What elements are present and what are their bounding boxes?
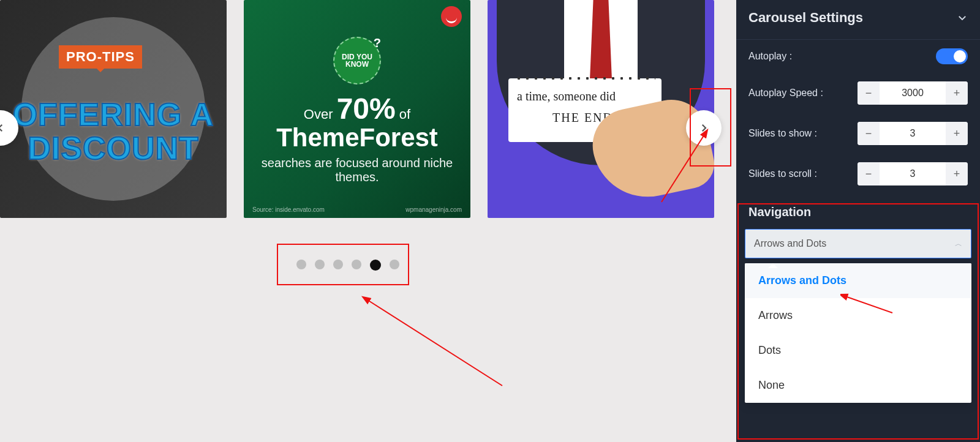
navigation-option[interactable]: Arrows and Dots bbox=[745, 263, 971, 298]
autoplay-speed-input[interactable] bbox=[880, 81, 946, 105]
navigation-option[interactable]: Dots bbox=[745, 333, 971, 368]
stepper-minus-button[interactable]: − bbox=[858, 81, 880, 105]
slide2-footer: Source: inside.envato.com wpmanageninja.… bbox=[252, 206, 462, 213]
carousel-dot[interactable] bbox=[315, 260, 325, 269]
carousel-slide: DID YOU KNOW ? Over 70% of ThemeForest s… bbox=[244, 0, 470, 218]
slide1-headline-line1: OFFERING A bbox=[13, 97, 214, 132]
autoplay-speed-row: Autoplay Speed : − + bbox=[736, 73, 980, 113]
did-you-know-badge: DID YOU KNOW ? bbox=[333, 37, 381, 84]
carousel-dots bbox=[283, 252, 413, 278]
settings-panel: Carousel Settings Autoplay : Autoplay Sp… bbox=[736, 0, 980, 442]
stepper-plus-button[interactable]: + bbox=[946, 162, 968, 185]
autoplay-label: Autoplay : bbox=[748, 51, 792, 62]
slide2-footer-left: Source: inside.envato.com bbox=[252, 206, 325, 213]
chevron-left-icon bbox=[0, 122, 6, 133]
carousel-dot[interactable] bbox=[296, 260, 306, 269]
svg-line-0 bbox=[368, 300, 502, 386]
panel-header[interactable]: Carousel Settings bbox=[736, 0, 980, 40]
slides-to-show-input[interactable] bbox=[880, 122, 946, 145]
panel-title: Carousel Settings bbox=[748, 10, 863, 26]
slides-to-show-label: Slides to show : bbox=[748, 128, 817, 139]
carousel-next-button[interactable] bbox=[686, 110, 722, 146]
slide2-line1: Over 70% of bbox=[258, 92, 456, 125]
slides-to-show-row: Slides to show : − + bbox=[736, 113, 980, 154]
pro-tips-badge: PRO-TIPS bbox=[59, 45, 142, 69]
chevron-up-icon: ︿ bbox=[955, 239, 962, 249]
slide2-line1-percent: 70% bbox=[337, 92, 396, 125]
preview-canvas: PRO-TIPS OFFERING A DISCOUNT DID YOU KNO… bbox=[0, 0, 736, 442]
slides-to-scroll-input[interactable] bbox=[880, 162, 946, 185]
stepper-minus-button[interactable]: − bbox=[858, 122, 880, 145]
slides-to-show-stepper: − + bbox=[858, 122, 968, 145]
navigation-option[interactable]: Arrows bbox=[745, 298, 971, 333]
stepper-plus-button[interactable]: + bbox=[946, 81, 968, 105]
chevron-down-icon bbox=[957, 12, 968, 23]
carousel-dot[interactable] bbox=[333, 260, 343, 269]
stepper-plus-button[interactable]: + bbox=[946, 122, 968, 145]
carousel-dot-active[interactable] bbox=[370, 260, 381, 271]
carousel-track: PRO-TIPS OFFERING A DISCOUNT DID YOU KNO… bbox=[0, 0, 736, 220]
autoplay-toggle[interactable] bbox=[936, 48, 968, 64]
slides-to-scroll-label: Slides to scroll : bbox=[748, 168, 817, 179]
carousel-dot[interactable] bbox=[352, 260, 361, 269]
slide2-footer-right: wpmanageninja.com bbox=[405, 206, 462, 213]
navigation-dropdown: Arrows and Dots Arrows Dots None bbox=[745, 263, 971, 403]
stepper-minus-button[interactable]: − bbox=[858, 162, 880, 185]
navigation-option[interactable]: None bbox=[745, 368, 971, 403]
slide1-headline: OFFERING A DISCOUNT bbox=[0, 98, 227, 165]
navigation-select[interactable]: Arrows and Dots ︿ bbox=[745, 229, 971, 258]
slide2-line1-pre: Over bbox=[304, 107, 337, 122]
slide2-line3: searches are focused around niche themes… bbox=[258, 156, 456, 184]
note-line1: a time, someone did bbox=[517, 89, 616, 103]
slide1-headline-line2: DISCOUNT bbox=[28, 130, 199, 166]
slide2-line2: ThemeForest bbox=[258, 123, 456, 152]
autoplay-speed-label: Autoplay Speed : bbox=[748, 88, 823, 99]
chevron-right-icon bbox=[698, 122, 709, 133]
carousel-dot[interactable] bbox=[390, 260, 399, 269]
carousel-slide: a time, someone did THE END. ⚙ bbox=[488, 0, 714, 218]
didyou-line2: KNOW bbox=[345, 61, 369, 68]
slides-to-scroll-stepper: − + bbox=[858, 162, 968, 185]
slides-to-scroll-row: Slides to scroll : − + bbox=[736, 154, 980, 194]
smile-icon bbox=[441, 6, 462, 27]
navigation-section-title: Navigation bbox=[736, 194, 980, 225]
slide2-line1-post: of bbox=[396, 107, 410, 122]
navigation-select-value: Arrows and Dots bbox=[754, 238, 826, 249]
autoplay-row: Autoplay : bbox=[736, 40, 980, 73]
autoplay-speed-stepper: − + bbox=[858, 81, 968, 105]
slide2-text: Over 70% of ThemeForest searches are foc… bbox=[244, 92, 470, 184]
annotation-arrow bbox=[355, 288, 514, 398]
question-mark-icon: ? bbox=[374, 37, 381, 49]
carousel-slide: PRO-TIPS OFFERING A DISCOUNT bbox=[0, 0, 227, 218]
